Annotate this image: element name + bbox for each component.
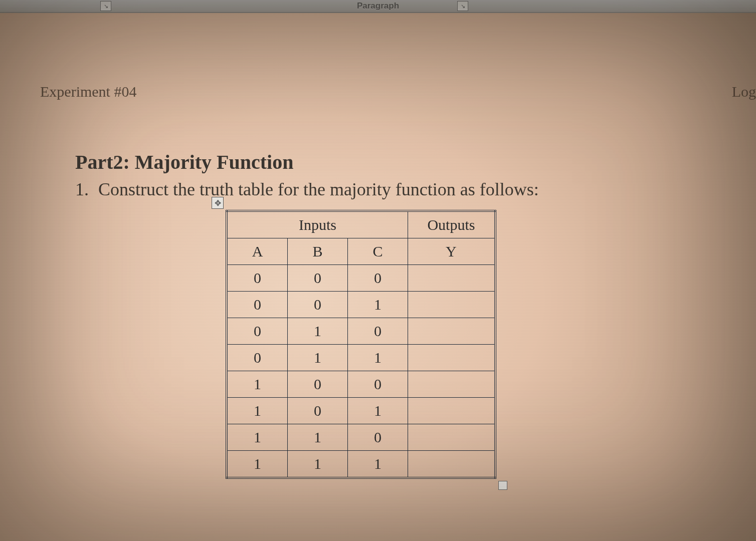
dialog-launcher-icon[interactable]: ↘ xyxy=(100,1,111,11)
cell-a[interactable]: 0 xyxy=(227,345,288,371)
table-row[interactable]: 1 0 1 xyxy=(227,398,495,424)
page-header-left: Experiment #04 xyxy=(40,83,136,100)
cell-a[interactable]: 0 xyxy=(227,265,288,292)
cell-a[interactable]: 1 xyxy=(227,451,288,478)
cell-y[interactable] xyxy=(408,451,495,478)
document-body: Part2: Majority Function 1. Construct th… xyxy=(75,150,726,479)
ribbon-group-label: Paragraph xyxy=(357,1,399,11)
cell-y[interactable] xyxy=(408,292,495,318)
cell-a[interactable]: 0 xyxy=(227,318,288,345)
cell-b[interactable]: 0 xyxy=(288,371,348,398)
cell-y[interactable] xyxy=(408,345,495,371)
cell-y[interactable] xyxy=(408,398,495,424)
cell-b[interactable]: 0 xyxy=(288,292,348,318)
cell-y[interactable] xyxy=(408,265,495,292)
table-row[interactable]: 1 1 1 xyxy=(227,451,495,478)
table-row[interactable]: 1 1 0 xyxy=(227,424,495,451)
cell-y[interactable] xyxy=(408,424,495,451)
page-header-right: Log xyxy=(732,83,756,100)
table-resize-handle-icon[interactable] xyxy=(498,481,507,490)
table-header-cols-row: A B C Y xyxy=(227,238,495,265)
col-header-b: B xyxy=(288,238,348,265)
col-header-y: Y xyxy=(408,238,495,265)
header-outputs: Outputs xyxy=(408,211,495,238)
cell-c[interactable]: 0 xyxy=(347,265,408,292)
cell-c[interactable]: 1 xyxy=(347,292,408,318)
ribbon-toolbar: ↘ Paragraph ↘ xyxy=(0,0,756,13)
cell-a[interactable]: 1 xyxy=(227,424,288,451)
table-row[interactable]: 0 0 0 xyxy=(227,265,495,292)
cell-y[interactable] xyxy=(408,371,495,398)
cell-c[interactable]: 0 xyxy=(347,424,408,451)
section-title: Part2: Majority Function xyxy=(75,150,726,174)
header-inputs: Inputs xyxy=(227,211,408,238)
cell-b[interactable]: 1 xyxy=(288,318,348,345)
table-row[interactable]: 1 0 0 xyxy=(227,371,495,398)
cell-c[interactable]: 0 xyxy=(347,371,408,398)
cell-b[interactable]: 1 xyxy=(288,345,348,371)
cell-c[interactable]: 1 xyxy=(347,345,408,371)
cell-b[interactable]: 0 xyxy=(288,265,348,292)
cell-b[interactable]: 1 xyxy=(288,451,348,478)
col-header-c: C xyxy=(347,238,408,265)
col-header-a: A xyxy=(227,238,288,265)
dialog-launcher-icon[interactable]: ↘ xyxy=(457,1,468,11)
cell-c[interactable]: 1 xyxy=(347,398,408,424)
table-row[interactable]: 0 1 0 xyxy=(227,318,495,345)
cell-a[interactable]: 1 xyxy=(227,398,288,424)
cell-y[interactable] xyxy=(408,318,495,345)
instruction-text: Construct the truth table for the majori… xyxy=(98,179,539,200)
cell-b[interactable]: 1 xyxy=(288,424,348,451)
table-row[interactable]: 0 0 1 xyxy=(227,292,495,318)
cell-a[interactable]: 1 xyxy=(227,371,288,398)
list-number: 1. xyxy=(75,179,98,200)
truth-table[interactable]: Inputs Outputs A B C Y 0 0 0 0 xyxy=(226,210,496,479)
table-header-group-row: Inputs Outputs xyxy=(227,211,495,238)
table-move-handle-icon[interactable]: ✥ xyxy=(212,197,224,209)
cell-a[interactable]: 0 xyxy=(227,292,288,318)
cell-c[interactable]: 0 xyxy=(347,318,408,345)
cell-b[interactable]: 0 xyxy=(288,398,348,424)
table-row[interactable]: 0 1 1 xyxy=(227,345,495,371)
cell-c[interactable]: 1 xyxy=(347,451,408,478)
